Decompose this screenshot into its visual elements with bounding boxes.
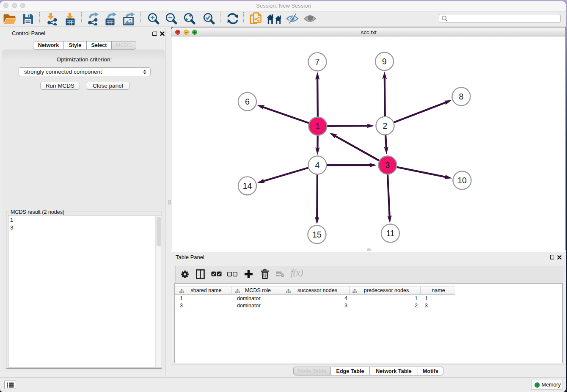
svg-text:6: 6: [245, 97, 250, 106]
svg-text:10: 10: [457, 176, 467, 185]
svg-text:7: 7: [315, 57, 320, 66]
svg-text:1: 1: [316, 121, 320, 131]
svg-text:3: 3: [385, 160, 390, 170]
svg-text:4: 4: [315, 160, 320, 170]
svg-text:15: 15: [312, 230, 322, 239]
svg-text:8: 8: [459, 92, 464, 101]
svg-text:9: 9: [382, 57, 387, 66]
svg-text:14: 14: [243, 181, 252, 190]
svg-text:11: 11: [386, 229, 394, 238]
svg-text:2: 2: [383, 121, 388, 130]
